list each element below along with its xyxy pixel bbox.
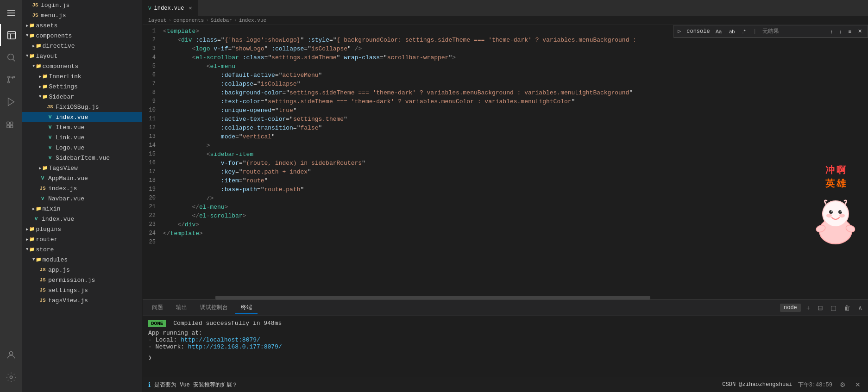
filter-ab-button[interactable]: ab <box>727 28 736 35</box>
svg-rect-6 <box>7 122 10 124</box>
tab-problems[interactable]: 问题 <box>146 302 169 314</box>
folder-layout-components[interactable]: 📁 components <box>22 61 142 71</box>
extensions-icon[interactable] <box>0 113 22 135</box>
folder-tagsview[interactable]: 📁 TagsView <box>22 163 142 173</box>
local-url[interactable]: http://localhost:8079/ <box>181 336 260 343</box>
file-index-vue[interactable]: V index.vue <box>22 112 142 122</box>
activity-bar <box>0 0 22 392</box>
file-settings-js[interactable]: JS settings.js <box>22 285 142 295</box>
nav-down-button[interactable]: ↓ <box>837 28 844 35</box>
tab-terminal[interactable]: 终端 <box>235 302 258 314</box>
search-icon[interactable] <box>0 46 22 68</box>
code-line-23: 23 </div> <box>143 220 868 229</box>
split-terminal-button[interactable]: ⊟ <box>816 303 825 312</box>
filter-regex-button[interactable]: .* <box>740 28 747 35</box>
folder-settings[interactable]: 📁 Settings <box>22 81 142 92</box>
svg-rect-8 <box>7 125 10 128</box>
filter-aa-button[interactable]: Aa <box>714 28 723 35</box>
vue-file-icon: V <box>46 124 54 131</box>
vue-file-icon: V <box>39 195 46 202</box>
folder-innerlink[interactable]: 📁 InnerLink <box>22 71 142 81</box>
folder-directive[interactable]: 📁 directive <box>22 41 142 51</box>
scrollbar-thumb[interactable] <box>215 296 651 299</box>
code-line-4: 4 <el-scrollbar :class="settings.sideThe… <box>143 53 868 62</box>
file-login-js[interactable]: JS login.js <box>22 0 142 10</box>
folder-router[interactable]: 📁 router <box>22 234 142 244</box>
tab-index-vue[interactable]: V index.vue ✕ <box>143 0 198 16</box>
folder-label: components <box>36 32 72 39</box>
file-index-vue-layout[interactable]: V index.vue <box>22 214 142 224</box>
file-index-js-layout[interactable]: JS index.js <box>22 183 142 193</box>
terminal-content[interactable]: DONE Compiled successfully in 948ms App … <box>143 316 868 377</box>
terminal-tabs: 问题 输出 调试控制台 终端 node + ⊟ ▢ 🗑 ∧ <box>143 300 868 316</box>
file-label: permission.js <box>48 277 95 284</box>
horizontal-scrollbar[interactable] <box>143 295 868 299</box>
run-icon[interactable] <box>0 91 22 113</box>
editor-tabs: V index.vue ✕ <box>143 0 868 16</box>
folder-modules[interactable]: 📁 modules <box>22 255 142 265</box>
code-line-14: 14 > <box>143 141 868 150</box>
settings-icon[interactable] <box>0 366 22 388</box>
code-line-22: 22 </el-scrollbar> <box>143 212 868 220</box>
file-logo-vue[interactable]: V Logo.vue <box>22 143 142 153</box>
no-results-label: 无结果 <box>762 27 779 35</box>
file-appmain-vue[interactable]: V AppMain.vue <box>22 173 142 183</box>
folder-mixin[interactable]: 📁 mixin <box>22 204 142 214</box>
svg-point-2 <box>8 76 10 78</box>
file-app-js[interactable]: JS app.js <box>22 265 142 275</box>
folder-icon: 📁 <box>28 52 36 60</box>
compiled-message: Compiled successfully in 948ms <box>173 320 282 327</box>
file-fixiosbug[interactable]: JS FixiOSBug.js <box>22 102 142 112</box>
folder-assets[interactable]: 📁 assets <box>22 20 142 31</box>
folder-icon: 📁 <box>41 93 49 100</box>
file-item-vue[interactable]: V Item.vue <box>22 122 142 132</box>
maximize-panel-button[interactable]: ▢ <box>829 303 838 312</box>
file-sidebaritem-vue[interactable]: V SidebarItem.vue <box>22 153 142 163</box>
file-label: AppMain.vue <box>48 175 88 182</box>
folder-label: modules <box>42 256 68 263</box>
add-terminal-button[interactable]: + <box>805 303 812 312</box>
delete-terminal-button[interactable]: 🗑 <box>842 303 852 312</box>
folder-label: Sidebar <box>49 93 74 100</box>
account-icon[interactable] <box>0 344 22 366</box>
notification-close-button[interactable]: ✕ <box>853 380 862 389</box>
file-tagsview-js[interactable]: JS tagsView.js <box>22 295 142 305</box>
folder-layout[interactable]: 📁 layout <box>22 51 142 61</box>
explorer-icon[interactable] <box>0 2 22 24</box>
vue-file-icon: V <box>46 144 54 151</box>
folder-components[interactable]: 📁 components <box>22 31 142 41</box>
collapse-panel-button[interactable]: ∧ <box>856 303 864 312</box>
code-line-13: 13 mode="vertical" <box>143 132 868 141</box>
files-icon[interactable] <box>0 24 22 46</box>
notification-actions: CSDN @zihaozhengshuai 下午3:48:59 ⚙ ✕ <box>722 380 862 389</box>
folder-label: plugins <box>36 226 61 233</box>
tab-debug-console[interactable]: 调试控制台 <box>195 302 233 314</box>
file-permission-js[interactable]: JS permission.js <box>22 275 142 285</box>
file-menu-js[interactable]: JS menu.js <box>22 10 142 20</box>
console-close-button[interactable]: ✕ <box>856 27 864 35</box>
folder-store[interactable]: 📁 store <box>22 244 142 255</box>
nav-menu-button[interactable]: ≡ <box>847 28 853 35</box>
folder-icon: 📁 <box>28 225 36 233</box>
folder-sidebar[interactable]: 📁 Sidebar <box>22 92 142 102</box>
info-icon: ℹ <box>148 381 151 389</box>
notification-bar: ℹ 是否要为 Vue 安装推荐的扩展？ CSDN @zihaozhengshua… <box>143 377 868 392</box>
running-at-line: App running at: <box>148 330 862 336</box>
code-editor[interactable]: 1 <template> 2 <div :class="{'has-logo':… <box>143 25 868 295</box>
folder-plugins[interactable]: 📁 plugins <box>22 224 142 234</box>
node-label: node <box>780 304 801 312</box>
tab-close-icon[interactable]: ✕ <box>189 5 192 12</box>
tab-output[interactable]: 输出 <box>170 302 193 314</box>
notification-settings-button[interactable]: ⚙ <box>838 380 848 389</box>
file-tree: JS login.js JS menu.js 📁 assets 📁 compon… <box>22 0 142 392</box>
file-label: FixiOSBug.js <box>56 104 99 111</box>
code-line-5: 5 <el-menu <box>143 62 868 71</box>
nav-up-button[interactable]: ↑ <box>829 28 835 35</box>
folder-icon: 📁 <box>28 22 36 29</box>
network-url[interactable]: http://192.168.0.177:8079/ <box>188 343 282 350</box>
source-control-icon[interactable] <box>0 68 22 91</box>
folder-icon: 📁 <box>35 256 42 263</box>
file-navbar-vue[interactable]: V Navbar.vue <box>22 193 142 204</box>
file-link-vue[interactable]: V Link.vue <box>22 132 142 143</box>
notification-message: 是否要为 Vue 安装推荐的扩展？ <box>154 381 238 389</box>
